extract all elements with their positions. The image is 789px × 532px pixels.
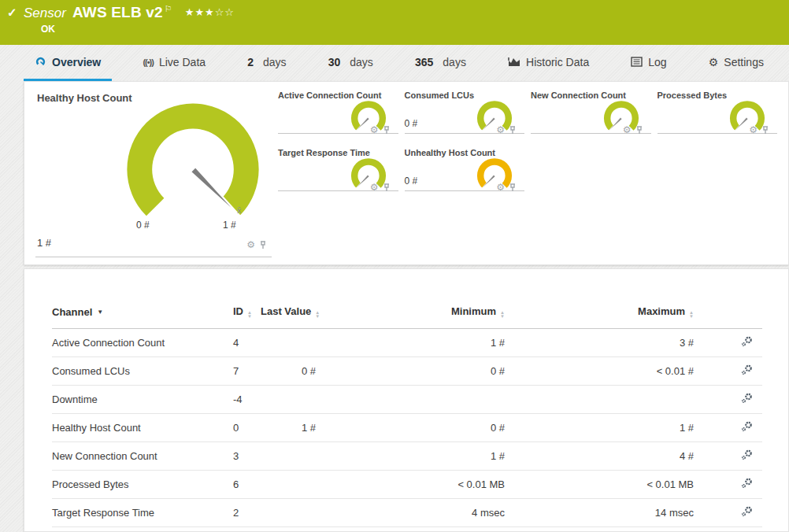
- pin-icon[interactable]: [509, 126, 517, 135]
- pin-icon[interactable]: [383, 126, 391, 135]
- channel-name[interactable]: Unhealthy Host Count: [52, 527, 233, 532]
- sort-icon[interactable]: ▲▼: [500, 311, 505, 319]
- gear-icon[interactable]: ⚙: [496, 183, 505, 192]
- col-header-last-value[interactable]: Last Value▲▼: [261, 297, 316, 329]
- channel-id: 6: [233, 471, 261, 499]
- sort-icon[interactable]: ▲▼: [315, 311, 320, 319]
- channel-last-value: [261, 386, 316, 414]
- channel-maximum: 4 #: [505, 442, 694, 471]
- channel-maximum: < 0.01 MB: [505, 471, 694, 499]
- tab-settings[interactable]: ⚙ Settings: [698, 45, 775, 81]
- stars-empty: ☆☆: [215, 6, 235, 18]
- pin-icon[interactable]: [761, 126, 769, 135]
- pin-icon[interactable]: [635, 126, 643, 135]
- sort-desc-icon[interactable]: ▼: [97, 308, 103, 316]
- table-row: Unhealthy Host Count 1 0 # 0 # 1 #: [52, 527, 762, 532]
- channel-last-value: 0 #: [261, 357, 316, 386]
- gear-icon[interactable]: ⚙: [370, 125, 379, 135]
- priority-stars[interactable]: ★★★☆☆: [185, 6, 235, 18]
- channel-minimum: 1 #: [316, 442, 505, 471]
- channel-last-value: [261, 471, 316, 499]
- channel-last-value: [261, 329, 316, 357]
- gauge-tile-active-connection-count: Active Connection Count ⚙: [278, 89, 398, 134]
- tab-label: days: [350, 56, 373, 68]
- channel-maximum: 14 msec: [505, 499, 694, 527]
- main-gauge: [114, 91, 272, 228]
- tab-number: 2: [247, 56, 254, 68]
- tab-number: 365: [415, 56, 433, 68]
- tab-label: Live Data: [159, 56, 206, 68]
- gauge-title: Consumed LCUs: [405, 91, 475, 100]
- col-header-channel[interactable]: Channel▼: [52, 297, 233, 329]
- channel-name[interactable]: Healthy Host Count: [52, 414, 233, 442]
- channel-last-value: [261, 499, 316, 527]
- tab-label: Log: [648, 56, 666, 68]
- channel-minimum: < 0.01 MB: [316, 471, 505, 499]
- channel-name[interactable]: Active Connection Count: [52, 329, 233, 357]
- channel-maximum: [505, 386, 694, 414]
- table-row: Target Response Time 2 4 msec 14 msec: [52, 499, 762, 527]
- tab-30-days[interactable]: 30 days: [317, 45, 384, 81]
- tab-overview[interactable]: Overview: [24, 45, 112, 81]
- channel-settings-icon[interactable]: [741, 423, 753, 434]
- gauge-title: Processed Bytes: [658, 91, 728, 100]
- col-header-maximum[interactable]: Maximum▲▼: [505, 297, 694, 329]
- channel-minimum: [316, 386, 505, 414]
- gear-icon[interactable]: ⚙: [246, 240, 255, 249]
- sort-icon[interactable]: ▲▼: [689, 311, 694, 319]
- tab-365-days[interactable]: 365 days: [404, 45, 477, 81]
- channel-settings-icon[interactable]: [741, 366, 753, 378]
- tab-2-days[interactable]: 2 days: [236, 45, 297, 81]
- tab-label: days: [443, 56, 466, 68]
- pin-icon[interactable]: [509, 183, 517, 192]
- tab-label: Overview: [52, 56, 101, 68]
- channel-last-value: 1 #: [261, 414, 316, 442]
- channels-table: Channel▼ ID▲▼ Last Value▲▼ Minimum▲▼ Max…: [52, 297, 762, 532]
- table-row: Healthy Host Count 0 1 # 0 # 1 #: [52, 414, 762, 442]
- table-row: Consumed LCUs 7 0 # 0 # < 0.01 #: [52, 357, 762, 386]
- gear-icon: ⚙: [709, 56, 719, 68]
- sort-icon[interactable]: ▲▼: [247, 311, 252, 319]
- channel-name[interactable]: Consumed LCUs: [52, 357, 233, 386]
- channel-name[interactable]: New Connection Count: [52, 442, 233, 471]
- gauge-scale-min: 0 #: [136, 220, 150, 231]
- object-type-label: Sensor: [24, 6, 66, 20]
- channel-id: 0: [233, 414, 261, 442]
- channel-id: 7: [233, 357, 261, 386]
- tab-historic-data[interactable]: Historic Data: [497, 45, 600, 81]
- tab-bar: Overview ((•)) Live Data 2 days 30 days …: [0, 45, 789, 81]
- channel-settings-icon[interactable]: [741, 338, 753, 349]
- channel-name[interactable]: Processed Bytes: [52, 471, 233, 499]
- channel-settings-icon[interactable]: [741, 508, 753, 519]
- tab-label: Settings: [724, 56, 764, 68]
- table-row: Downtime -4: [52, 386, 762, 414]
- flag-icon[interactable]: ⚐: [165, 4, 172, 13]
- channel-last-value: 0 #: [261, 527, 316, 532]
- channel-minimum: 0 #: [316, 527, 505, 532]
- channel-name[interactable]: Downtime: [52, 386, 233, 414]
- gear-icon[interactable]: ⚙: [496, 125, 505, 135]
- tab-log[interactable]: Log: [620, 45, 677, 81]
- pin-icon[interactable]: [383, 183, 391, 192]
- channel-name[interactable]: Target Response Time: [52, 499, 233, 527]
- channel-settings-icon[interactable]: [741, 479, 753, 491]
- gauge-icon: [35, 56, 46, 68]
- channel-settings-icon[interactable]: [741, 394, 753, 406]
- gauge-mean-marker: x̄: [237, 205, 242, 215]
- channel-maximum: < 0.01 #: [505, 357, 694, 386]
- gauge-value: 0 #: [405, 118, 418, 129]
- gauge-tile-target-response-time: Target Response Time ⚙: [278, 146, 398, 191]
- gear-icon[interactable]: ⚙: [623, 125, 632, 135]
- channel-maximum: 3 #: [505, 329, 694, 357]
- table-row: New Connection Count 3 1 # 4 #: [52, 442, 762, 471]
- gauge-value: 1 #: [37, 237, 51, 249]
- tab-live-data[interactable]: ((•)) Live Data: [132, 45, 217, 81]
- area-chart-icon: [508, 57, 520, 67]
- channel-minimum: 1 #: [316, 329, 505, 357]
- gear-icon[interactable]: ⚙: [370, 183, 379, 192]
- gear-icon[interactable]: ⚙: [749, 125, 758, 135]
- col-header-minimum[interactable]: Minimum▲▼: [316, 297, 505, 329]
- pin-icon[interactable]: [259, 241, 267, 249]
- col-header-id[interactable]: ID▲▼: [233, 297, 261, 329]
- channel-settings-icon[interactable]: [741, 451, 753, 463]
